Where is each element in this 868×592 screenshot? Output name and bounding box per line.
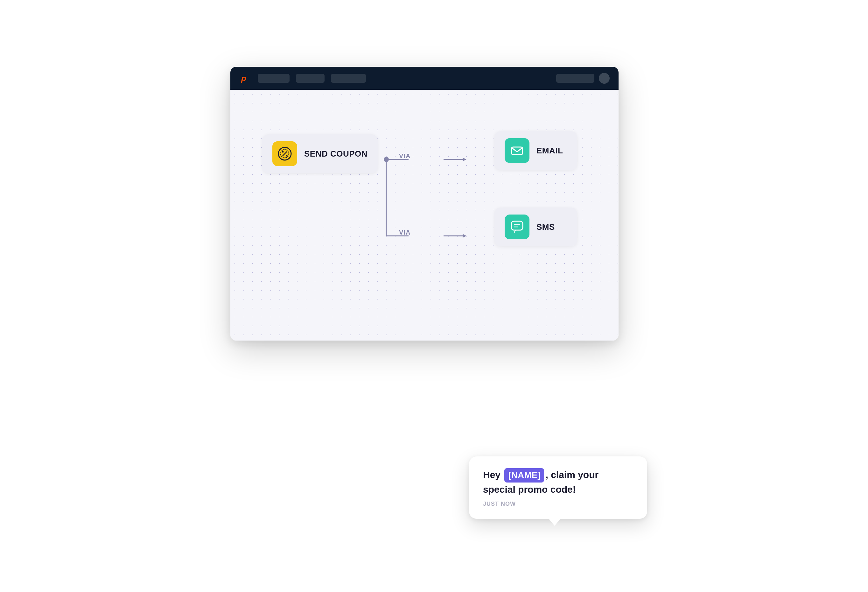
coupon-icon-bg: [272, 141, 297, 166]
nav-item-1[interactable]: [258, 74, 289, 83]
app-logo: p: [239, 74, 248, 83]
svg-rect-13: [512, 147, 523, 155]
nav-item-2[interactable]: [296, 74, 325, 83]
svg-rect-14: [511, 221, 523, 230]
name-tag: [NAME]: [504, 468, 544, 483]
message-text: Hey [NAME], claim your special promo cod…: [483, 468, 633, 496]
svg-point-12: [286, 155, 288, 156]
browser-content: VIA VIA SEND COUPON: [230, 90, 619, 341]
titlebar-bar: [556, 74, 594, 83]
email-label: EMAIL: [536, 146, 563, 156]
message-timestamp: JUST NOW: [483, 500, 633, 507]
email-icon: [510, 143, 524, 158]
send-coupon-label: SEND COUPON: [304, 149, 368, 159]
workflow-area: VIA VIA SEND COUPON: [230, 90, 619, 341]
via-label-bottom: VIA: [399, 229, 410, 236]
browser-titlebar: p: [230, 67, 619, 90]
svg-point-11: [282, 151, 284, 153]
scene-container: p: [211, 41, 657, 551]
node-send-coupon[interactable]: SEND COUPON: [262, 134, 378, 173]
email-icon-bg: [505, 138, 530, 163]
titlebar-right: [556, 73, 610, 84]
user-avatar[interactable]: [599, 73, 610, 84]
via-label-top: VIA: [399, 152, 410, 160]
message-bubble: Hey [NAME], claim your special promo cod…: [469, 456, 647, 519]
nav-item-3[interactable]: [331, 74, 366, 83]
browser-window: p: [230, 67, 619, 341]
svg-marker-7: [463, 234, 466, 238]
svg-point-0: [384, 157, 389, 162]
node-sms[interactable]: SMS: [495, 208, 577, 247]
sms-label: SMS: [536, 222, 555, 232]
node-email[interactable]: EMAIL: [495, 131, 577, 170]
sms-icon-bg: [505, 214, 530, 239]
sms-icon: [510, 220, 524, 234]
svg-marker-3: [463, 158, 466, 161]
message-hey: Hey: [483, 469, 503, 480]
logo-letter: p: [241, 74, 246, 83]
coupon-icon: [278, 146, 292, 161]
